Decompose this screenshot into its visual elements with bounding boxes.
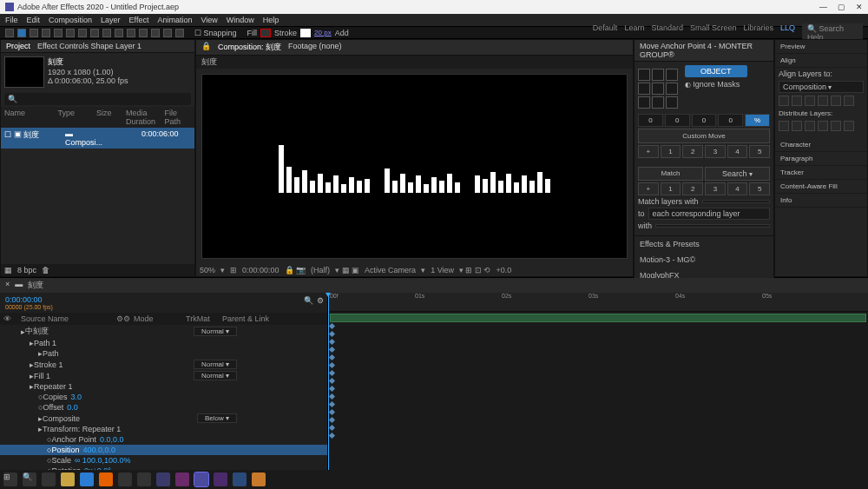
preset-button-4[interactable]: 4 bbox=[727, 182, 748, 195]
custom-move-button[interactable]: Custom Move bbox=[638, 129, 770, 143]
property-row[interactable]: ▸ CompositeBelow ▾ bbox=[0, 413, 327, 424]
snapping-checkbox[interactable]: ☐ Snapping bbox=[194, 29, 237, 37]
start-button[interactable]: ⊞ bbox=[3, 472, 17, 486]
match-layers-input[interactable] bbox=[702, 200, 770, 203]
resolution-dropdown[interactable]: ⊞ bbox=[230, 266, 237, 274]
menu-animation[interactable]: Animation bbox=[157, 16, 192, 24]
ignore-masks-toggle[interactable]: ◐ Ignore Masks bbox=[685, 80, 770, 89]
align-panel-header[interactable]: Align bbox=[775, 54, 867, 68]
illustrator-icon[interactable] bbox=[252, 472, 266, 486]
add-label[interactable]: Add bbox=[335, 29, 349, 37]
comp-tab[interactable]: Composition: 刻度 bbox=[218, 42, 281, 53]
align-icon[interactable] bbox=[844, 96, 854, 106]
bpc-button[interactable]: 8 bpc bbox=[17, 266, 36, 274]
camera-tool[interactable] bbox=[66, 29, 75, 37]
anchor-cell-0[interactable] bbox=[638, 69, 650, 81]
align-to-dropdown[interactable]: Composition ▾ bbox=[779, 81, 864, 93]
minimize-button[interactable]: — bbox=[819, 3, 827, 11]
footage-tab[interactable]: Footage (none) bbox=[288, 42, 342, 53]
menu-effect[interactable]: Effect bbox=[129, 16, 149, 24]
edge-icon[interactable] bbox=[80, 472, 94, 486]
anchor-tool[interactable] bbox=[78, 29, 87, 37]
content-aware-fill-panel[interactable]: Content-Aware Fill bbox=[775, 180, 867, 194]
preset-button-3[interactable]: 3 bbox=[705, 182, 726, 195]
fill-label[interactable]: Fill bbox=[247, 29, 258, 37]
align-icon[interactable] bbox=[792, 121, 802, 131]
match-button[interactable]: Match bbox=[638, 167, 703, 181]
menu-view[interactable]: View bbox=[201, 16, 217, 24]
exposure[interactable]: +0.0 bbox=[496, 266, 512, 274]
menu-composition[interactable]: Composition bbox=[49, 16, 92, 24]
lock-icon[interactable]: 🔒 bbox=[201, 42, 211, 53]
tl-tool-icon[interactable]: ⚙ bbox=[317, 296, 324, 309]
home-icon[interactable] bbox=[5, 29, 14, 37]
effect-controls-tab[interactable]: Effect Controls Shape Layer 1 bbox=[37, 42, 141, 50]
zoom-tool[interactable] bbox=[42, 29, 50, 37]
offset-value[interactable]: 0 bbox=[665, 114, 690, 127]
anchor-cell-4[interactable] bbox=[652, 83, 664, 95]
offset-value[interactable]: 0 bbox=[638, 114, 663, 127]
brush-tool[interactable] bbox=[127, 29, 135, 37]
property-row[interactable]: ▸ Fill 1Normal ▾ bbox=[0, 370, 327, 381]
col-name[interactable]: Name bbox=[4, 109, 49, 126]
delete-icon[interactable]: 🗑 bbox=[42, 266, 49, 274]
align-icon[interactable] bbox=[792, 96, 802, 106]
preset-button-+[interactable]: + bbox=[638, 182, 659, 195]
object-button[interactable]: OBJECT bbox=[685, 65, 747, 77]
offset-value[interactable]: 0 bbox=[692, 114, 717, 127]
comp-breadcrumb[interactable]: 刻度 bbox=[196, 56, 633, 69]
align-icon[interactable] bbox=[805, 96, 815, 106]
percent-button[interactable]: % bbox=[745, 114, 770, 127]
camera-dropdown[interactable]: Active Camera bbox=[365, 266, 416, 274]
property-row[interactable]: ○ Anchor Point0.0,0.0 bbox=[0, 434, 327, 445]
align-icon[interactable] bbox=[818, 121, 828, 131]
align-icon[interactable] bbox=[779, 96, 789, 106]
clone-tool[interactable] bbox=[139, 29, 148, 37]
menu-edit[interactable]: Edit bbox=[27, 16, 41, 24]
preset-button-5[interactable]: 5 bbox=[749, 182, 770, 195]
property-row[interactable]: ▸ Repeater 1 bbox=[0, 381, 327, 392]
align-icon[interactable] bbox=[844, 121, 854, 131]
preset-button-2[interactable]: 2 bbox=[682, 145, 703, 158]
media-encoder-icon[interactable] bbox=[214, 472, 227, 486]
fill-swatch[interactable] bbox=[260, 29, 271, 37]
anchor-cell-5[interactable] bbox=[666, 83, 678, 95]
chrome-icon[interactable] bbox=[118, 472, 132, 486]
align-icon[interactable] bbox=[831, 121, 841, 131]
property-row[interactable]: ○ Position400.0,0.0 bbox=[0, 445, 327, 455]
property-row[interactable]: ○ Copies3.0 bbox=[0, 392, 327, 402]
pen-tool[interactable] bbox=[102, 29, 111, 37]
preset-button-5[interactable]: 5 bbox=[749, 145, 770, 158]
puppet-tool[interactable] bbox=[175, 29, 184, 37]
preview-panel[interactable]: Preview bbox=[775, 40, 867, 54]
preset-button-+[interactable]: + bbox=[638, 145, 659, 158]
align-icon[interactable] bbox=[831, 96, 841, 106]
col-path[interactable]: File Path bbox=[164, 109, 191, 126]
explorer-icon[interactable] bbox=[61, 472, 75, 486]
menu-file[interactable]: File bbox=[5, 16, 18, 24]
anchor-cell-6[interactable] bbox=[638, 96, 650, 109]
playhead[interactable] bbox=[328, 293, 329, 489]
shape-tool[interactable] bbox=[90, 29, 99, 37]
view-dropdown[interactable]: 1 View bbox=[431, 266, 454, 274]
stroke-width[interactable]: 20 px bbox=[314, 29, 332, 36]
project-search[interactable]: 🔍 bbox=[4, 93, 191, 105]
preset-button-4[interactable]: 4 bbox=[727, 145, 748, 158]
tl-search-icon[interactable]: 🔍 bbox=[304, 296, 313, 309]
comp-thumbnail[interactable] bbox=[4, 56, 44, 88]
layer-bar[interactable] bbox=[330, 314, 866, 322]
info-panel[interactable]: Info bbox=[775, 194, 867, 208]
stroke-swatch[interactable] bbox=[300, 29, 311, 37]
project-item[interactable]: ☐ ▣ 刻度 ▬ Composi... 0:00:06:00 bbox=[1, 128, 194, 149]
motion3-item[interactable]: Motion-3 - MG© bbox=[635, 252, 773, 268]
to-dropdown[interactable]: each corresponding layer bbox=[648, 208, 770, 220]
property-row[interactable]: ○ Scale∞ 100.0,100.0% bbox=[0, 455, 327, 466]
anchor-cell-3[interactable] bbox=[638, 83, 650, 95]
anchor-cell-1[interactable] bbox=[652, 69, 664, 81]
with-input[interactable] bbox=[655, 224, 770, 228]
timeline-tab[interactable]: 刻度 bbox=[28, 280, 43, 291]
preset-button-2[interactable]: 2 bbox=[682, 182, 703, 195]
c4d-icon[interactable] bbox=[156, 472, 170, 486]
menu-help[interactable]: Help bbox=[263, 16, 279, 24]
rotate-tool[interactable] bbox=[54, 29, 62, 37]
